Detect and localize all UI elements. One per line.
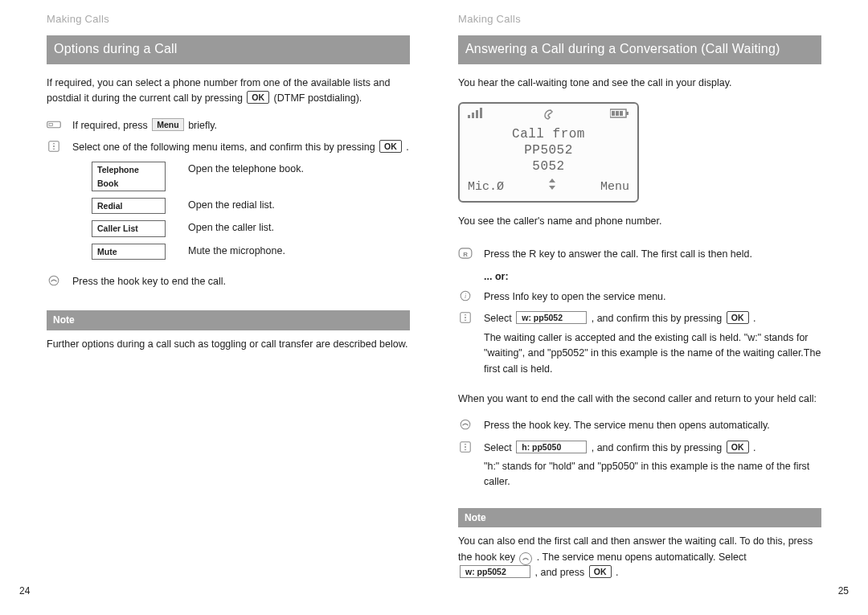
ok-key: OK (379, 140, 402, 153)
menu-items-table: Telephone Book Open the telephone book. … (92, 162, 410, 259)
section-title: Answering a Call during a Conversation (… (458, 35, 821, 64)
step-press-info-key: i Press Info key to open the service men… (458, 289, 821, 305)
svg-point-19 (465, 317, 466, 318)
menu-item-mute: Mute (92, 244, 166, 260)
caller-name-line: You see the caller's name and phone numb… (458, 214, 821, 229)
page-left: Making Calls Options during a Call If re… (0, 0, 434, 615)
note-heading: Note (458, 508, 821, 528)
svg-point-4 (49, 276, 59, 285)
select-value-waiting: w: pp5052 (460, 565, 530, 578)
info-key-icon: i (458, 289, 473, 305)
lcd-line-2: PP5052 (460, 142, 637, 158)
signal-icon (468, 108, 542, 125)
page-number: 24 (19, 584, 30, 599)
running-head: Making Calls (458, 11, 821, 27)
hook-key-icon (519, 552, 532, 565)
step-explanation: "h:" stands for "hold" and "pp5050" in t… (484, 459, 821, 490)
svg-rect-5 (468, 115, 470, 118)
ok-key: OK (727, 441, 749, 453)
step-select-menu-item: Select one of the following menu items, … (47, 140, 410, 155)
handset-icon (542, 107, 555, 125)
r-key-icon: R (458, 247, 473, 262)
step-text: Press the hook key. The service menu the… (484, 418, 821, 433)
step-text: Press Info key to open the service menu. (484, 289, 821, 305)
svg-rect-6 (472, 113, 474, 118)
svg-rect-11 (612, 111, 615, 116)
menu-desc: Open the telephone book. (188, 162, 410, 177)
select-value-hold: h: pp5050 (516, 441, 587, 453)
svg-text:R: R (463, 251, 468, 258)
note-text: You can also end the first call and then… (458, 534, 821, 580)
or-label: ... or: (484, 269, 821, 285)
svg-rect-13 (620, 111, 623, 116)
running-head: Making Calls (47, 11, 410, 27)
step-press-r-key: R Press the R key to answer the call. Th… (458, 247, 821, 262)
step-press-menu: If required, press Menu briefly. (47, 118, 410, 133)
lcd-softkey-right: Menu (600, 178, 629, 196)
battery-icon (555, 109, 630, 124)
page-right: Making Calls Answering a Call during a C… (434, 0, 868, 615)
lcd-softkey-left: Mic.Ø (468, 178, 504, 196)
step-select-waiting-caller: Select w: pp5052 , and confirm this by p… (458, 311, 821, 385)
nav-key-icon (458, 441, 473, 456)
svg-rect-12 (616, 111, 619, 116)
menu-desc: Open the caller list. (188, 220, 410, 236)
hook-key-icon (458, 418, 473, 433)
svg-rect-8 (480, 108, 482, 118)
table-row: Caller List Open the caller list. (92, 220, 410, 236)
table-row: Telephone Book Open the telephone book. (92, 162, 410, 191)
menu-softkey: Menu (152, 118, 183, 131)
step-text: Press the hook key to end the call. (72, 274, 410, 289)
menu-item-caller-list: Caller List (92, 220, 166, 236)
updown-icon (547, 178, 557, 196)
step-text: Select w: pp5052 , and confirm this by p… (484, 311, 821, 385)
step-text: If required, press Menu briefly. (72, 118, 410, 133)
svg-point-3 (53, 146, 55, 147)
step-press-hook-key: Press the hook key. The service menu the… (458, 418, 821, 433)
svg-rect-10 (626, 112, 628, 115)
lcd-line-3: 5052 (460, 158, 637, 174)
phone-display: Call from PP5052 5052 Mic.Ø Menu (458, 102, 639, 203)
note-text: Further options during a call such as to… (47, 337, 410, 352)
step-end-call: Press the hook key to end the call. (47, 274, 410, 289)
step-text: Select h: pp5050 , and confirm this by p… (484, 441, 821, 490)
table-row: Redial Open the redial list. (92, 198, 410, 214)
select-value-waiting: w: pp5052 (516, 311, 587, 324)
svg-point-20 (461, 420, 470, 429)
ok-key: OK (589, 565, 612, 578)
step-select-held-caller: Select h: pp5050 , and confirm this by p… (458, 441, 821, 490)
page-number: 25 (838, 584, 849, 599)
nav-key-icon (47, 140, 61, 155)
intro-text-b: (DTMF postdialing). (274, 92, 362, 104)
step-explanation: The waiting caller is accepted and the e… (484, 330, 821, 377)
menu-desc: Mute the microphone. (188, 244, 410, 259)
svg-point-22 (465, 446, 466, 448)
step-text: Select one of the following menu items, … (72, 140, 410, 155)
intro-paragraph: If required, you can select a phone numb… (47, 76, 410, 107)
menu-item-redial: Redial (92, 198, 166, 214)
menu-desc: Open the redial list. (188, 198, 410, 213)
lcd-line-1: Call from (460, 126, 637, 142)
nav-key-icon (458, 311, 473, 326)
table-row: Mute Mute the microphone. (92, 244, 410, 260)
svg-rect-1 (49, 123, 53, 125)
note-heading: Note (47, 310, 410, 330)
ok-key: OK (247, 91, 269, 104)
svg-text:i: i (465, 293, 466, 300)
step-text: Press the R key to answer the call. The … (484, 247, 821, 262)
menu-item-telephone-book: Telephone Book (92, 162, 166, 191)
ok-key: OK (727, 311, 749, 324)
hook-key-icon (47, 274, 61, 289)
svg-rect-7 (476, 110, 478, 118)
return-intro: When you want to end the call with the s… (458, 392, 821, 407)
section-title: Options during a Call (47, 35, 410, 64)
softkey-icon (47, 118, 61, 133)
intro-paragraph: You hear the call-waiting tone and see t… (458, 76, 821, 91)
